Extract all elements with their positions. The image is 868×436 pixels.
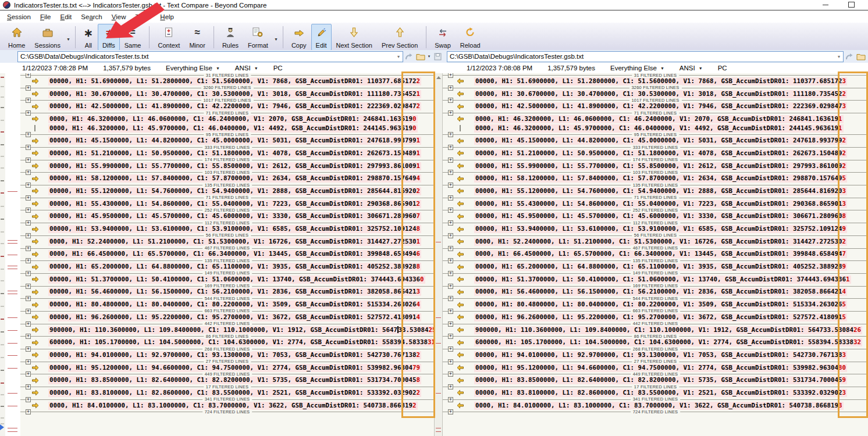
toolbar-dropdown-arrow-format[interactable]: ▼ — [273, 24, 279, 51]
expand-section-button[interactable]: + — [26, 110, 31, 116]
left-browse-folder-button[interactable] — [415, 53, 426, 60]
line-text[interactable]: 00000, H1: 55.9900000, L1: 55.7700000, C… — [474, 162, 847, 170]
line-text[interactable]: 00000, H1: 45.1500000, L1: 44.8200000, C… — [48, 137, 421, 145]
left-format-filter-dropdown[interactable]: Everything Else▼ — [166, 65, 220, 72]
expand-section-button[interactable]: + — [448, 183, 453, 188]
expand-section-button[interactable]: + — [26, 296, 31, 301]
expand-section-button[interactable]: + — [448, 321, 453, 327]
expand-section-button[interactable]: + — [448, 233, 453, 238]
toolbar-button-copy[interactable]: Copy — [287, 24, 311, 51]
expand-section-button[interactable]: + — [448, 296, 453, 301]
line-text[interactable]: 0000, H1: 46.3200000, L1: 45.9700000, C1… — [48, 124, 418, 133]
left-encoding-dropdown[interactable]: ANSI▼ — [235, 65, 258, 72]
expand-section-button[interactable]: + — [26, 233, 31, 238]
line-text[interactable]: 00000, H1: 45.9500000, L1: 45.5700000, C… — [474, 212, 847, 220]
expand-section-button[interactable]: + — [26, 158, 31, 163]
line-text[interactable]: 00000, H1: 83.8500000, L1: 82.6400000, C… — [48, 376, 421, 384]
maximize-button[interactable] — [847, 1, 855, 8]
expand-section-button[interactable]: + — [26, 145, 31, 150]
line-text[interactable]: 0000, H1: 84.0100000, L1: 83.1000000, C1… — [474, 402, 844, 410]
right-browse-folder-button[interactable] — [855, 53, 867, 60]
expand-section-button[interactable]: + — [26, 73, 31, 78]
toolbar-button-next-section[interactable]: Next Section — [332, 24, 377, 51]
expand-section-button[interactable]: + — [26, 384, 31, 389]
line-text[interactable]: 00000, H1: 30.6700000, L1: 30.4700000, C… — [474, 90, 847, 98]
menu-item-help[interactable]: Help — [155, 12, 179, 22]
menu-item-session[interactable]: Session — [2, 12, 35, 22]
expand-section-button[interactable]: + — [448, 246, 453, 251]
line-text[interactable]: 00000, H1: 42.5000000, L1: 41.8900000, C… — [48, 102, 421, 110]
toolbar-button-prev-section[interactable]: Prev Section — [377, 24, 422, 51]
expand-section-button[interactable]: + — [26, 334, 31, 339]
toolbar-button-sessions[interactable]: Sessions — [30, 24, 65, 51]
expand-section-button[interactable]: + — [26, 321, 31, 327]
toolbar-button-format[interactable]: Format — [243, 24, 273, 51]
line-text[interactable]: 0000, H1: 46.3200000, L1: 45.9700000, C1… — [474, 124, 844, 133]
toolbar-button-home[interactable]: Home — [3, 24, 30, 51]
line-text[interactable]: 600000, H1: 105.1700000, L1: 104.5000000… — [48, 338, 434, 346]
expand-section-button[interactable]: + — [448, 409, 453, 414]
expand-section-button[interactable]: + — [26, 409, 31, 414]
expand-section-button[interactable]: + — [448, 110, 453, 116]
line-text[interactable]: 00000, H1: 80.4800000, L1: 80.0400000, C… — [48, 301, 421, 309]
expand-section-button[interactable]: + — [26, 309, 31, 314]
expand-section-button[interactable]: + — [448, 132, 453, 137]
line-text[interactable]: 00000, H1: 94.0100000, L1: 92.9700000, C… — [48, 351, 421, 359]
line-text[interactable]: 00000, H1: 96.2600000, L1: 95.2200000, C… — [474, 313, 847, 321]
line-text[interactable]: 00000, H1: 55.4300000, L1: 54.8600000, C… — [48, 200, 421, 208]
expand-section-button[interactable]: + — [448, 271, 453, 276]
line-text[interactable]: 00000, H1: 58.1200000, L1: 57.8400000, C… — [474, 174, 847, 183]
line-text[interactable]: 00000, H1: 65.2000000, L1: 64.8800000, C… — [474, 263, 847, 271]
expand-section-button[interactable]: + — [448, 397, 453, 402]
line-text[interactable]: 0000, H1: 66.4500000, L1: 65.5700000, C1… — [48, 250, 421, 258]
line-text[interactable]: 0000, H1: 52.2400000, L1: 51.2100000, C1… — [48, 238, 421, 246]
expand-section-button[interactable]: + — [26, 284, 31, 289]
toolbar-button-all[interactable]: ∗All — [79, 24, 98, 51]
scroll-up-button[interactable] — [436, 76, 441, 79]
line-text[interactable]: 00000, H1: 51.3700000, L1: 50.4100000, C… — [474, 276, 851, 284]
right-format-filter-dropdown[interactable]: Everything Else▼ — [610, 65, 664, 72]
line-text[interactable]: 00000, H1: 55.1200000, L1: 54.7600000, C… — [474, 187, 847, 195]
expand-section-button[interactable]: + — [448, 85, 453, 91]
right-encoding-dropdown[interactable]: ANSI▼ — [680, 65, 703, 72]
toolbar-button-same[interactable]: =Same — [120, 24, 146, 51]
line-text[interactable]: 600000, H1: 105.1700000, L1: 104.5000000… — [474, 338, 862, 346]
line-text[interactable]: 0000, H1: 66.4500000, L1: 65.5700000, C1… — [474, 250, 847, 258]
left-reopen-file-icon[interactable] — [403, 53, 415, 60]
line-text[interactable]: 00000, H1: 51.2100000, L1: 50.9500000, C… — [474, 149, 847, 158]
line-text[interactable]: 00000, H1: 56.4600000, L1: 56.1500000, C… — [474, 288, 847, 296]
toolbar-button-reload[interactable]: Reload — [456, 24, 485, 51]
line-text[interactable]: 00000, H1: 94.0100000, L1: 92.9700000, C… — [474, 351, 847, 359]
expand-section-button[interactable]: + — [26, 258, 31, 263]
expand-section-button[interactable]: + — [26, 183, 31, 188]
line-text[interactable]: 900000, H1: 110.3600000, L1: 109.8400000… — [48, 326, 434, 334]
right-path-combobox[interactable]: C:\GSB\Data\Debugs\IndicatorsTester.gsb.… — [447, 51, 844, 62]
line-text[interactable]: 0000, H1: 84.0100000, L1: 83.1000000, C1… — [48, 402, 418, 410]
line-text[interactable]: 00000, H1: 95.1200000, L1: 94.6600000, C… — [474, 364, 847, 372]
expand-section-button[interactable]: + — [26, 346, 31, 352]
minimize-button[interactable] — [821, 1, 830, 8]
expand-section-button[interactable]: + — [26, 220, 31, 226]
right-path-dropdown-icon[interactable]: ▾ — [835, 54, 843, 59]
expand-section-button[interactable]: + — [26, 195, 31, 201]
expand-section-button[interactable]: + — [26, 271, 31, 276]
line-text[interactable]: 00000, H1: 56.4600000, L1: 56.1500000, C… — [48, 288, 421, 296]
line-text[interactable]: 00000, H1: 83.8100000, L1: 82.8600000, C… — [474, 389, 847, 397]
expand-section-button[interactable]: + — [448, 98, 453, 103]
menu-item-tools[interactable]: Tools — [131, 12, 156, 22]
expand-section-button[interactable]: + — [26, 397, 31, 402]
line-text[interactable]: 00000, H1: 58.1200000, L1: 57.8400000, C… — [48, 174, 421, 183]
line-text[interactable]: 00000, H1: 45.9500000, L1: 45.5700000, C… — [48, 212, 421, 220]
expand-section-button[interactable]: + — [448, 371, 453, 377]
line-text[interactable]: 00000, H1: 53.9400000, L1: 53.6100000, C… — [48, 225, 421, 233]
expand-section-button[interactable]: + — [26, 359, 31, 364]
expand-section-button[interactable]: + — [26, 132, 31, 137]
line-text[interactable]: 00000, H1: 95.1200000, L1: 94.6600000, C… — [48, 364, 421, 372]
expand-section-button[interactable]: + — [448, 73, 453, 78]
line-text[interactable]: 00000, H1: 51.2100000, L1: 50.9500000, C… — [48, 149, 421, 158]
toolbar-button-edit[interactable]: Edit — [311, 24, 332, 51]
left-path-dropdown-icon[interactable]: ▾ — [394, 54, 403, 59]
left-path-combobox[interactable]: C:\GSB\Data\Debugs\IndicatorsTester.ts.t… — [17, 51, 403, 62]
line-text[interactable]: 0000, H1: 52.2400000, L1: 51.2100000, C1… — [474, 238, 847, 246]
line-text[interactable]: 0000, H1: 46.3200000, L1: 46.0600000, C1… — [48, 115, 418, 123]
